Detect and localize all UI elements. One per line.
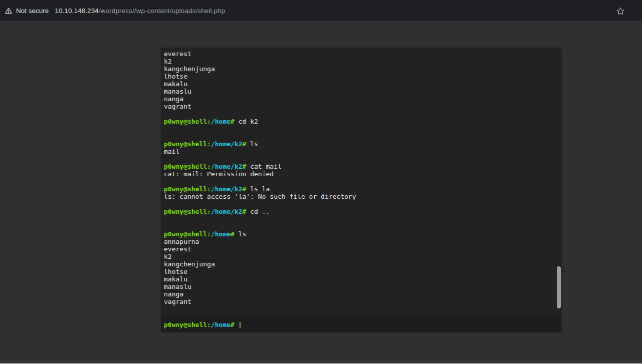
text-cursor: | <box>238 321 242 328</box>
page-background: everestk2kangchenjungalhotsemakalumanasl… <box>0 23 642 363</box>
terminal-line <box>164 215 559 223</box>
terminal-line <box>164 133 559 140</box>
warning-triangle-icon <box>5 7 13 15</box>
terminal-line: kangchenjunga <box>164 65 559 73</box>
terminal-line: vagrant <box>164 103 559 110</box>
terminal-line <box>164 110 559 118</box>
terminal-line <box>164 223 559 230</box>
terminal-line: cat: mail: Permission denied <box>164 170 559 178</box>
terminal-line: everest <box>164 245 559 253</box>
terminal-line: lhotse <box>164 73 559 80</box>
url-field[interactable]: 10.10.148.234/wordpress//wp-content/uplo… <box>55 7 225 15</box>
not-secure-chip[interactable]: Not secure <box>0 7 55 15</box>
command-input[interactable]: | <box>235 321 559 328</box>
terminal-line: mail <box>164 148 559 155</box>
terminal-line: ls: cannot access 'la': No such file or … <box>164 193 559 200</box>
browser-address-bar: Not secure 10.10.148.234/wordpress//wp-c… <box>0 0 642 22</box>
bookmark-star-icon[interactable] <box>616 7 625 16</box>
terminal-line <box>164 125 559 133</box>
prompt-path: /home <box>211 321 231 328</box>
terminal-line: lhotse <box>164 268 559 275</box>
terminal-line: annapurna <box>164 238 559 245</box>
terminal-line: p0wny@shell:/home/k2# cat mail <box>164 163 559 170</box>
terminal-line <box>164 155 559 163</box>
terminal-line: makalu <box>164 275 559 283</box>
shell-panel: everestk2kangchenjungalhotsemakalumanasl… <box>161 48 561 332</box>
terminal-line: p0wny@shell:/home/k2# cd .. <box>164 208 559 215</box>
terminal-line: manaslu <box>164 283 559 290</box>
not-secure-label: Not secure <box>16 7 49 15</box>
terminal-output[interactable]: everestk2kangchenjungalhotsemakalumanasl… <box>161 48 561 317</box>
terminal-line: p0wny@shell:/home# ls <box>164 230 559 238</box>
prompt-symbol: # <box>231 321 235 328</box>
terminal-line: manaslu <box>164 88 559 95</box>
shell-input-row: p0wny@shell:/home# | <box>161 317 561 332</box>
terminal-line: nanga <box>164 290 559 298</box>
url-host: 10.10.148.234 <box>55 7 99 15</box>
shell-input-prompt: p0wny@shell:/home# <box>164 321 235 328</box>
terminal-line <box>164 178 559 185</box>
url-path: /wordpress//wp-content/uploads/shell.php <box>99 7 225 15</box>
terminal-line: k2 <box>164 253 559 260</box>
prompt-user: p0wny@shell: <box>164 321 211 328</box>
terminal-line: p0wny@shell:/home# cd k2 <box>164 118 559 125</box>
terminal-line: everest <box>164 50 559 58</box>
terminal-line: p0wny@shell:/home/k2# ls <box>164 140 559 148</box>
terminal-line: vagrant <box>164 298 559 305</box>
terminal-line: makalu <box>164 80 559 88</box>
terminal-line: kangchenjunga <box>164 260 559 268</box>
terminal-lines: everestk2kangchenjungalhotsemakalumanasl… <box>164 50 559 305</box>
terminal-line: k2 <box>164 58 559 65</box>
terminal-line <box>164 200 559 208</box>
terminal-line: nanga <box>164 95 559 103</box>
terminal-line: p0wny@shell:/home/k2# ls la <box>164 185 559 193</box>
scrollbar-thumb[interactable] <box>557 266 561 308</box>
